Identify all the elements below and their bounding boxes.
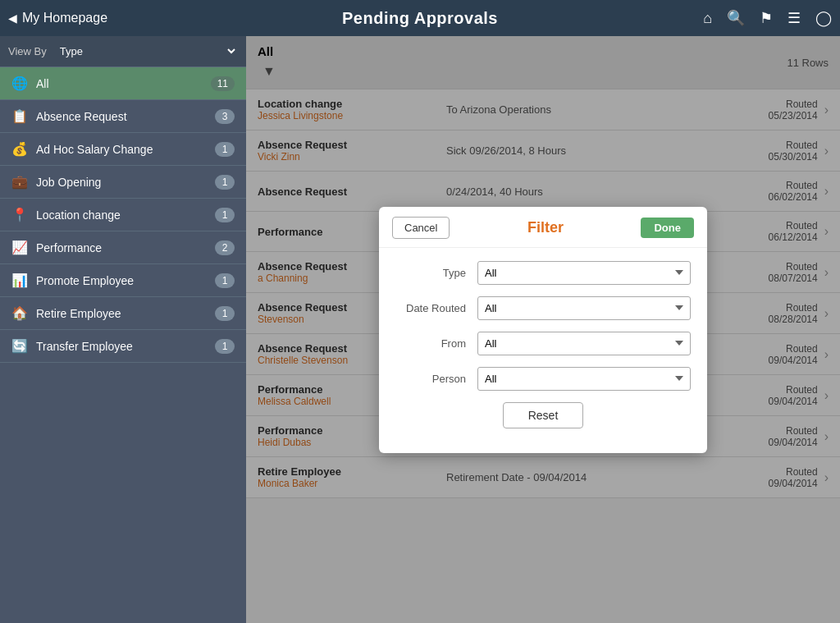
back-arrow-icon: ◀: [8, 11, 17, 25]
sidebar: View By Type Person Date 🌐 All 11 📋 Abse…: [0, 36, 246, 623]
filter-row-person: Person All: [395, 367, 691, 391]
filter-row-from: From All: [395, 332, 691, 355]
retire-employee-icon: 🏠: [11, 305, 28, 321]
sidebar-item-label: Job Opening: [36, 176, 207, 189]
filter-title: Filter: [527, 219, 564, 236]
filter-cancel-button[interactable]: Cancel: [392, 217, 450, 239]
sidebar-item-label: Location change: [36, 208, 207, 222]
sidebar-item-count: 11: [211, 76, 235, 91]
filter-fields: Type All Date Routed All From All Person…: [395, 261, 691, 391]
filter-label-from: From: [395, 337, 477, 350]
sidebar-item-retire-employee[interactable]: 🏠 Retire Employee 1: [0, 297, 246, 330]
profile-icon[interactable]: ◯: [815, 9, 832, 27]
filter-select-type[interactable]: All: [477, 261, 691, 285]
sidebar-item-label: Performance: [36, 241, 207, 254]
filter-label-person: Person: [395, 373, 477, 385]
sidebar-item-location-change[interactable]: 📍 Location change 1: [0, 199, 246, 231]
filter-row-date-routed: Date Routed All: [395, 296, 691, 320]
sidebar-item-label: Absence Request: [36, 110, 207, 123]
transfer-employee-icon: 🔄: [11, 338, 28, 354]
header-icons: ⌂ 🔍 ⚑ ☰ ◯: [703, 9, 832, 27]
sidebar-item-absence-request[interactable]: 📋 Absence Request 3: [0, 100, 246, 133]
view-by-label: View By: [8, 45, 47, 57]
sidebar-item-all[interactable]: 🌐 All 11: [0, 67, 246, 100]
adhoc-salary-icon: 💰: [11, 141, 28, 157]
absence-request-icon: 📋: [11, 108, 28, 124]
search-icon[interactable]: 🔍: [727, 9, 745, 27]
main-content: All ▼ 11 Rows Location change Jessica Li…: [246, 36, 840, 623]
header: ◀ My Homepage Pending Approvals ⌂ 🔍 ⚑ ☰ …: [0, 0, 840, 36]
filter-select-from[interactable]: All: [477, 332, 691, 355]
sidebar-item-label: Transfer Employee: [36, 340, 207, 353]
view-by-select[interactable]: Type Person Date: [53, 43, 238, 60]
sidebar-item-label: All: [36, 77, 203, 90]
sidebar-item-transfer-employee[interactable]: 🔄 Transfer Employee 1: [0, 330, 246, 363]
filter-select-date-routed[interactable]: All: [477, 296, 691, 320]
sidebar-item-count: 1: [215, 142, 235, 157]
performance-icon: 📈: [11, 240, 28, 255]
all-icon: 🌐: [11, 76, 28, 91]
home-icon[interactable]: ⌂: [703, 10, 712, 27]
filter-reset-row: Reset: [395, 402, 691, 428]
job-opening-icon: 💼: [11, 174, 28, 190]
location-change-icon: 📍: [11, 207, 28, 222]
view-by-bar: View By Type Person Date: [0, 36, 246, 67]
sidebar-item-adhoc-salary[interactable]: 💰 Ad Hoc Salary Change 1: [0, 133, 246, 166]
sidebar-item-label: Retire Employee: [36, 307, 207, 320]
sidebar-item-promote-employee[interactable]: 📊 Promote Employee 1: [0, 264, 246, 297]
filter-select-person[interactable]: All: [477, 367, 691, 391]
sidebar-item-count: 2: [215, 240, 235, 255]
sidebar-item-count: 1: [215, 306, 235, 321]
promote-employee-icon: 📊: [11, 273, 28, 288]
main-layout: View By Type Person Date 🌐 All 11 📋 Abse…: [0, 36, 840, 623]
sidebar-item-count: 1: [215, 273, 235, 288]
sidebar-item-count: 1: [215, 339, 235, 354]
page-title: Pending Approvals: [342, 9, 498, 28]
filter-label-date-routed: Date Routed: [395, 302, 477, 314]
flag-icon[interactable]: ⚑: [760, 9, 773, 27]
sidebar-item-count: 1: [215, 208, 235, 222]
sidebar-items: 🌐 All 11 📋 Absence Request 3 💰 Ad Hoc Sa…: [0, 67, 246, 363]
filter-body: Type All Date Routed All From All Person…: [379, 248, 707, 437]
back-label: My Homepage: [22, 11, 107, 25]
back-button[interactable]: ◀ My Homepage: [8, 11, 107, 25]
menu-icon[interactable]: ☰: [788, 9, 801, 27]
filter-reset-button[interactable]: Reset: [503, 402, 584, 428]
sidebar-item-performance[interactable]: 📈 Performance 2: [0, 231, 246, 264]
sidebar-item-label: Ad Hoc Salary Change: [36, 143, 207, 156]
sidebar-item-label: Promote Employee: [36, 274, 207, 287]
filter-done-button[interactable]: Done: [641, 218, 694, 238]
sidebar-item-count: 1: [215, 175, 235, 190]
filter-overlay: Cancel Filter Done Type All Date Routed …: [246, 36, 840, 623]
sidebar-item-count: 3: [215, 109, 235, 124]
sidebar-item-job-opening[interactable]: 💼 Job Opening 1: [0, 166, 246, 199]
filter-dialog-header: Cancel Filter Done: [379, 207, 707, 248]
filter-dialog: Cancel Filter Done Type All Date Routed …: [379, 207, 707, 453]
filter-label-type: Type: [395, 267, 477, 279]
filter-row-type: Type All: [395, 261, 691, 285]
